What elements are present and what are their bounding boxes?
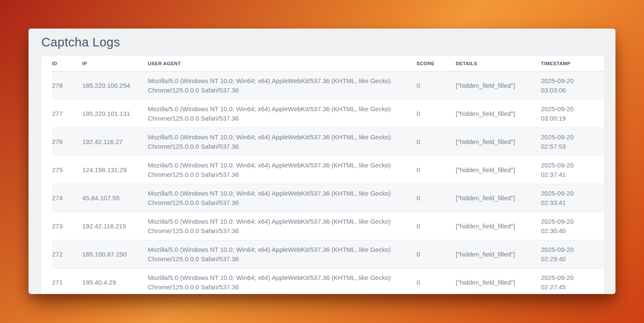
cell-details: ["hidden_field_filled"] [456, 100, 541, 128]
cell-details: ["hidden_field_filled"] [456, 240, 541, 268]
table-row: 272 185.100.87.250 Mozilla/5.0 (Windows … [52, 240, 604, 268]
cell-id: 273 [52, 212, 82, 240]
cell-score: 0 [417, 268, 456, 294]
cell-score: 0 [417, 240, 456, 268]
cell-score: 0 [417, 100, 456, 128]
cell-id: 276 [52, 128, 82, 156]
cell-id: 274 [52, 184, 82, 212]
logs-table-container: ID IP USER AGENT SCORE DETAILS TIMESTAMP… [41, 56, 604, 294]
cell-ip: 192.42.116.27 [82, 128, 148, 156]
table-row: 271 185.40.4.29 Mozilla/5.0 (Windows NT … [52, 268, 604, 294]
cell-id: 271 [52, 268, 82, 294]
cell-id: 275 [52, 156, 82, 184]
cell-user-agent: Mozilla/5.0 (Windows NT 10.0; Win64; x64… [148, 268, 417, 294]
cell-score: 0 [417, 156, 456, 184]
cell-timestamp: 2025-09-20 02:27:45 [541, 268, 604, 294]
cell-user-agent: Mozilla/5.0 (Windows NT 10.0; Win64; x64… [148, 240, 417, 268]
table-row: 273 192.42.116.215 Mozilla/5.0 (Windows … [52, 212, 604, 240]
table-header-row: ID IP USER AGENT SCORE DETAILS TIMESTAMP [52, 56, 604, 72]
cell-user-agent: Mozilla/5.0 (Windows NT 10.0; Win64; x64… [148, 72, 417, 100]
cell-timestamp: 2025-09-20 03:00:19 [541, 100, 604, 128]
cell-timestamp: 2025-09-20 02:33:41 [541, 184, 604, 212]
cell-score: 0 [417, 184, 456, 212]
table-row: 276 192.42.116.27 Mozilla/5.0 (Windows N… [52, 128, 604, 156]
page-title: Captcha Logs [29, 29, 615, 56]
cell-timestamp: 2025-09-20 02:37:41 [541, 156, 604, 184]
column-header-score: SCORE [417, 56, 456, 72]
cell-timestamp: 2025-09-20 02:30:40 [541, 212, 604, 240]
cell-user-agent: Mozilla/5.0 (Windows NT 10.0; Win64; x64… [148, 212, 417, 240]
cell-details: ["hidden_field_filled"] [456, 268, 541, 294]
cell-user-agent: Mozilla/5.0 (Windows NT 10.0; Win64; x64… [148, 128, 417, 156]
cell-ip: 192.42.116.215 [82, 212, 148, 240]
cell-timestamp: 2025-09-20 02:29:40 [541, 240, 604, 268]
cell-timestamp: 2025-09-20 02:57:53 [541, 128, 604, 156]
logs-table: ID IP USER AGENT SCORE DETAILS TIMESTAMP… [52, 56, 604, 294]
table-row: 274 45.84.107.55 Mozilla/5.0 (Windows NT… [52, 184, 604, 212]
table-row: 277 185.220.101.131 Mozilla/5.0 (Windows… [52, 100, 604, 128]
cell-details: ["hidden_field_filled"] [456, 156, 541, 184]
cell-details: ["hidden_field_filled"] [456, 128, 541, 156]
column-header-ip: IP [82, 56, 148, 72]
cell-id: 272 [52, 240, 82, 268]
logs-table-body: 278 185.220.100.254 Mozilla/5.0 (Windows… [52, 72, 604, 294]
cell-id: 278 [52, 72, 82, 100]
cell-ip: 185.40.4.29 [82, 268, 148, 294]
cell-id: 277 [52, 100, 82, 128]
cell-ip: 185.220.100.254 [82, 72, 148, 100]
cell-details: ["hidden_field_filled"] [456, 184, 541, 212]
table-row: 275 124.198.131.29 Mozilla/5.0 (Windows … [52, 156, 604, 184]
column-header-timestamp: TIMESTAMP [541, 56, 604, 72]
cell-user-agent: Mozilla/5.0 (Windows NT 10.0; Win64; x64… [148, 100, 417, 128]
column-header-id: ID [52, 56, 82, 72]
cell-score: 0 [417, 128, 456, 156]
column-header-user_agent: USER AGENT [148, 56, 417, 72]
cell-score: 0 [417, 212, 456, 240]
table-row: 278 185.220.100.254 Mozilla/5.0 (Windows… [52, 72, 604, 100]
cell-user-agent: Mozilla/5.0 (Windows NT 10.0; Win64; x64… [148, 184, 417, 212]
cell-timestamp: 2025-09-20 03:03:06 [541, 72, 604, 100]
cell-ip: 45.84.107.55 [82, 184, 148, 212]
cell-ip: 185.100.87.250 [82, 240, 148, 268]
cell-score: 0 [417, 72, 456, 100]
captcha-logs-card: Captcha Logs ID IP USER AGENT SCORE DETA… [29, 29, 615, 294]
column-header-details: DETAILS [456, 56, 541, 72]
cell-details: ["hidden_field_filled"] [456, 72, 541, 100]
cell-ip: 185.220.101.131 [82, 100, 148, 128]
cell-user-agent: Mozilla/5.0 (Windows NT 10.0; Win64; x64… [148, 156, 417, 184]
cell-details: ["hidden_field_filled"] [456, 212, 541, 240]
cell-ip: 124.198.131.29 [82, 156, 148, 184]
